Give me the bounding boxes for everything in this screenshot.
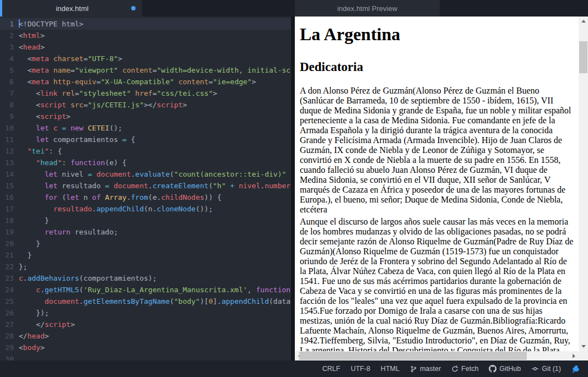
text-line: perteneciente a la casa de Medina Sidoni…: [300, 116, 576, 125]
line-number: 18: [0, 215, 19, 226]
status-item-utf-8[interactable]: UTF-8: [350, 365, 370, 373]
status-item-github[interactable]: GitHub: [489, 365, 521, 373]
status-item-master[interactable]: master: [410, 365, 441, 373]
scroll-down-button[interactable]: [579, 342, 588, 351]
text-line: marqués de Cazaza en África y poseedor d…: [300, 185, 576, 195]
status-bar: CRLFUTF-8HTMLmasterFetchGitHubGit (1): [0, 360, 588, 377]
preview-horizontal-scrollbar[interactable]: [295, 351, 579, 360]
text-line: etcétera: [300, 205, 576, 215]
tab-title: index.html Preview: [337, 4, 397, 13]
status-label: CRLF: [322, 365, 341, 373]
text-line: Armada Española y la dirigió durante la …: [300, 125, 576, 135]
code-line[interactable]: 24 c.getHTML5('Ruy_Diaz-La_Argentina_Man…: [0, 284, 291, 296]
code-line[interactable]: 14 let nivel = document.evaluate("count(…: [0, 168, 291, 180]
status-label: Fetch: [461, 365, 478, 373]
code-text: <meta http-equiv="X-UA-Compatible" conte…: [19, 76, 256, 88]
tab-bar: index.html index.html Preview: [0, 0, 588, 17]
scroll-up-button[interactable]: [579, 17, 588, 26]
text-line: oriundo de Jeréz de la Frontera y sobrin…: [300, 256, 576, 266]
line-number: 1: [0, 18, 19, 30]
code-line[interactable]: 6 <meta http-equiv="X-UA-Compatible" con…: [0, 76, 291, 88]
squirrel-icon: [571, 364, 580, 373]
code-text: <script>: [19, 111, 71, 122]
code-lines: 1<!DOCTYPE html>2<html>3<head>4 <meta ch…: [0, 18, 291, 360]
vertical-scroll-thumb[interactable]: [579, 41, 587, 73]
code-line[interactable]: 17 resultado.appendChild(n.cloneNode());: [0, 203, 291, 215]
text-line: convirtió en X conde de Niebla a la muer…: [300, 155, 576, 165]
code-line[interactable]: 19 return resultado;: [0, 226, 291, 238]
status-label: UTF-8: [350, 365, 370, 373]
text-line: cuando falleció su abuelo Juan Alonso Pé…: [300, 165, 576, 175]
line-number: 9: [0, 111, 19, 122]
preview-paragraphs: A don Alonso Pérez de Guzmán(Alonso Pére…: [300, 86, 576, 351]
code-line[interactable]: 30: [0, 353, 291, 360]
tab-index-html-preview[interactable]: index.html Preview: [295, 0, 440, 17]
code-line[interactable]: 15 let resultado = document.createElemen…: [0, 180, 291, 192]
status-item-squirrel[interactable]: [571, 364, 580, 373]
code-text: <link rel="stylesheet" href="css/tei.css…: [19, 88, 217, 99]
code-line[interactable]: 22};: [0, 261, 291, 272]
code-text: <script src="js/CETEI.js"></script>: [19, 99, 187, 111]
line-number: 23: [0, 272, 19, 284]
status-label: Git (1): [542, 365, 561, 373]
code-editor[interactable]: 1<!DOCTYPE html>2<html>3<head>4 <meta ch…: [0, 17, 291, 360]
horizontal-scroll-thumb[interactable]: [299, 352, 527, 360]
code-line[interactable]: 29<body>: [0, 342, 291, 353]
git-icon: [531, 365, 539, 373]
code-line[interactable]: 7 <link rel="stylesheet" href="css/tei.c…: [0, 88, 291, 99]
scroll-right-button[interactable]: [569, 351, 579, 360]
line-number: 3: [0, 41, 19, 53]
line-number: 5: [0, 64, 19, 76]
code-line[interactable]: 2<html>: [0, 30, 291, 41]
code-line[interactable]: 27 </script>: [0, 319, 291, 330]
code-line[interactable]: 10 let c = new CETEI();: [0, 122, 291, 134]
code-text: let nivel = document.evaluate("count(anc…: [19, 168, 286, 180]
code-line[interactable]: 9 <script>: [0, 111, 291, 122]
status-item-html[interactable]: HTML: [381, 365, 400, 373]
status-item-git-1[interactable]: Git (1): [531, 365, 561, 373]
text-line: 1541. Fue uno de sus más acérrimos parti…: [300, 276, 576, 286]
code-text: };: [19, 261, 28, 272]
code-line[interactable]: 11 let comportamientos = {: [0, 134, 291, 145]
code-text: }: [19, 249, 31, 261]
code-line[interactable]: 20 }: [0, 238, 291, 249]
text-line: (Sanlúcar de Barrameda, 10 de septiembre…: [300, 96, 576, 106]
status-label: master: [420, 365, 441, 373]
pane-divider[interactable]: [291, 17, 295, 360]
code-line[interactable]: 4 <meta charset="UTF-8">: [0, 53, 291, 64]
code-text: let c = new CETEI();: [19, 122, 122, 134]
line-number: 13: [0, 157, 19, 168]
status-item-crlf[interactable]: CRLF: [322, 365, 341, 373]
line-number: 7: [0, 88, 19, 99]
code-line[interactable]: 13 "head": function(e) {: [0, 157, 291, 168]
code-line[interactable]: 28</head>: [0, 330, 291, 342]
code-line[interactable]: 5 <meta name="viewport" content="width=d…: [0, 64, 291, 76]
code-line[interactable]: 3<head>: [0, 41, 291, 53]
code-line[interactable]: 12 "tei": {: [0, 145, 291, 157]
line-number: 2: [0, 30, 19, 41]
code-text: "head": function(e) {: [19, 157, 127, 168]
preview-vertical-scrollbar[interactable]: [579, 17, 588, 351]
code-text: document.getElementsByTagName("body")[0]…: [19, 296, 290, 307]
preview-content: La Argentina Dedicatoria A don Alonso Pé…: [295, 17, 579, 351]
preview-paragraph: Aunque el discurso de largos años suele …: [300, 217, 576, 351]
line-number: 27: [0, 319, 19, 330]
code-line[interactable]: 26 });: [0, 307, 291, 319]
code-line[interactable]: 1<!DOCTYPE html>: [0, 18, 291, 30]
tab-index-html[interactable]: index.html: [0, 0, 142, 17]
code-line[interactable]: 25 document.getElementsByTagName("body")…: [0, 296, 291, 307]
status-item-fetch[interactable]: Fetch: [451, 365, 478, 373]
code-line[interactable]: 18 }: [0, 215, 291, 226]
code-line[interactable]: 16 for (let n of Array.from(e.childNodes…: [0, 192, 291, 203]
code-text: let resultado = document.createElement("…: [19, 180, 290, 192]
code-line[interactable]: 21 }: [0, 249, 291, 261]
status-label: GitHub: [499, 365, 521, 373]
line-number: 4: [0, 53, 19, 64]
scrollbar-corner: [579, 351, 588, 360]
text-line: 1942.Tieffemberg, Silvia, "Estudio Intro…: [300, 336, 576, 346]
line-number: 30: [0, 353, 19, 360]
code-line[interactable]: 8 <script src="js/CETEI.js"></script>: [0, 99, 291, 111]
text-line: de los hombres mudanzas y olvido de las …: [300, 227, 576, 237]
text-line: Aunque el discurso de largos años suele …: [300, 217, 576, 227]
code-line[interactable]: 23c.addBehaviors(comportamientos);: [0, 272, 291, 284]
